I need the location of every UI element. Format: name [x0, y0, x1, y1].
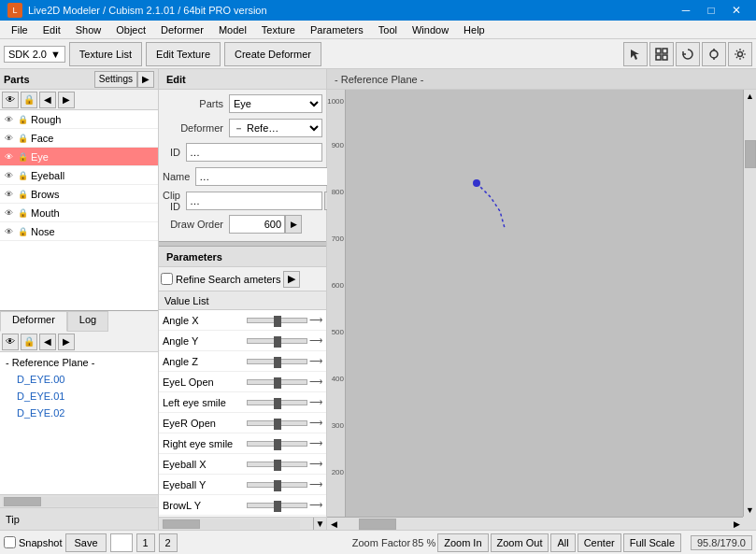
param-slider-eyelopen[interactable] [247, 379, 307, 385]
param-slider-angle-z[interactable] [247, 359, 307, 364]
param-thumb-angle-x[interactable] [274, 316, 281, 327]
scrollbar-v-thumb[interactable] [745, 140, 756, 168]
deformer-item-refplane[interactable]: - Reference Plane - [2, 354, 156, 371]
parts-eye-toggle[interactable]: 👁 [2, 92, 19, 108]
texture-list-button[interactable]: Texture List [69, 42, 142, 66]
menu-file[interactable]: File [4, 22, 36, 37]
deformer-item-eye01[interactable]: D_EYE.01 [2, 388, 156, 405]
deformer-item-eye00[interactable]: D_EYE.00 [2, 371, 156, 388]
parts-item-eye[interactable]: 👁 🔒 Eye [0, 148, 158, 166]
scrollbar-h-thumb[interactable] [359, 518, 396, 530]
parts-item-brows[interactable]: 👁 🔒 Brows [0, 185, 158, 204]
menu-edit[interactable]: Edit [36, 22, 68, 37]
refine-search-label[interactable]: Refine Search ameters [161, 273, 281, 285]
param-thumb-eyeball-y[interactable] [274, 480, 281, 491]
pointer-tool-button[interactable] [623, 42, 648, 66]
create-deformer-button[interactable]: Create Deformer [224, 42, 321, 66]
rotate-tool-button[interactable] [676, 42, 700, 66]
parts-arrow-right[interactable]: ▶ [58, 92, 75, 108]
canvas-area[interactable]: 1000 900 800 700 600 500 400 300 200 100 [327, 90, 756, 530]
deformer-lock-toggle[interactable]: 🔒 [21, 334, 37, 350]
scrollbar-h-right-button[interactable]: ▶ [730, 518, 743, 530]
sdk-dropdown[interactable]: SDK 2.0 ▼ [4, 46, 65, 63]
param-slider-angle-y[interactable] [247, 338, 307, 344]
parts-expand-button[interactable]: ▶ [137, 71, 154, 88]
tab-log[interactable]: Log [67, 311, 108, 332]
menu-object[interactable]: Object [108, 22, 153, 37]
parts-item-eyeball[interactable]: 👁 🔒 Eyeball [0, 166, 158, 185]
param-thumb-right-eye-smile[interactable] [274, 439, 281, 450]
zoom-in-button[interactable]: Zoom In [437, 533, 488, 552]
control-point-2[interactable] [473, 179, 480, 187]
name-input[interactable] [195, 167, 332, 186]
center-button[interactable]: Center [578, 533, 621, 552]
close-button[interactable]: ✕ [724, 1, 749, 20]
draw-order-input[interactable]: 600 [229, 215, 285, 234]
deformer-select[interactable]: － Refe… [229, 119, 322, 137]
menu-parameters[interactable]: Parameters [303, 22, 371, 37]
minimize-button[interactable]: ─ [674, 1, 698, 20]
param-thumb-eyeropen[interactable] [274, 419, 281, 430]
param-slider-angle-x[interactable] [247, 318, 307, 323]
all-button[interactable]: All [550, 533, 575, 552]
frame-2-button[interactable]: 2 [159, 533, 178, 552]
scrollbar-h-left-button[interactable]: ◀ [327, 518, 340, 530]
param-thumb-angle-y[interactable] [274, 336, 281, 348]
deformer-scrollbar-h[interactable] [2, 497, 156, 506]
parts-lock-toggle[interactable]: 🔒 [21, 92, 37, 108]
snapshot-checkbox[interactable] [4, 536, 16, 548]
scale-tool-button[interactable] [702, 42, 726, 66]
refine-search-checkbox[interactable] [161, 273, 173, 285]
canvas-scrollbar-h[interactable]: ◀ ▶ [327, 517, 743, 530]
param-slider-eyeball-x[interactable] [247, 462, 307, 467]
zoom-out-button[interactable]: Zoom Out [491, 533, 549, 552]
edit-texture-button[interactable]: Edit Texture [146, 42, 221, 66]
param-thumb-angle-z[interactable] [274, 357, 281, 368]
parts-item-mouth[interactable]: 👁 🔒 Mouth [0, 204, 158, 222]
menu-show[interactable]: Show [68, 22, 109, 37]
param-slider-browl-y[interactable] [247, 503, 307, 508]
params-scrollbar-h[interactable] [161, 519, 300, 529]
menu-deformer[interactable]: Deformer [153, 22, 211, 37]
id-input[interactable] [186, 143, 322, 162]
snapshot-checkbox-label[interactable]: Snapshot [4, 536, 62, 548]
menu-texture[interactable]: Texture [254, 22, 303, 37]
canvas-scrollbar-v[interactable]: ▲ ▼ [743, 90, 756, 517]
menu-help[interactable]: Help [456, 22, 492, 37]
param-thumb-eyelopen[interactable] [274, 377, 281, 389]
deformer-item-eye02[interactable]: D_EYE.02 [2, 405, 156, 421]
frame-1-button[interactable]: 1 [136, 533, 155, 552]
params-scrollthumb-h[interactable] [163, 519, 200, 529]
c-input[interactable]: C [110, 533, 133, 552]
deformer-scrollthumb-h[interactable] [4, 497, 41, 506]
settings-button[interactable]: Settings [94, 71, 137, 88]
menu-window[interactable]: Window [405, 22, 456, 37]
param-slider-right-eye-smile[interactable] [247, 441, 307, 447]
clip-id-input[interactable] [186, 192, 322, 210]
draw-order-increment-button[interactable]: ▶ [285, 215, 302, 234]
menu-tool[interactable]: Tool [371, 22, 405, 37]
param-slider-eyeropen[interactable] [247, 420, 307, 426]
deformer-arrow-right[interactable]: ▶ [58, 334, 75, 350]
tab-deformer[interactable]: Deformer [0, 311, 67, 332]
full-scale-button[interactable]: Full Scale [623, 533, 681, 552]
parts-item-nose[interactable]: 👁 🔒 Nose [0, 222, 158, 241]
param-thumb-left-eye-smile[interactable] [274, 398, 281, 409]
save-button[interactable]: Save [65, 533, 106, 552]
params-scroll-down-button[interactable]: ▼ [313, 518, 326, 531]
grid-tool-button[interactable] [649, 42, 674, 66]
deformer-arrow-left[interactable]: ◀ [39, 334, 56, 350]
param-thumb-eyeball-x[interactable] [274, 460, 281, 471]
parts-item-rough[interactable]: 👁 🔒 Rough [0, 110, 158, 129]
scrollbar-v-up-button[interactable]: ▲ [744, 90, 756, 103]
param-thumb-browl-y[interactable] [274, 501, 281, 512]
deformer-eye-toggle[interactable]: 👁 [2, 334, 19, 350]
param-slider-left-eye-smile[interactable] [247, 400, 307, 405]
maximize-button[interactable]: □ [699, 1, 723, 20]
params-expand-button[interactable]: ▶ [283, 271, 300, 288]
parts-item-face[interactable]: 👁 🔒 Face [0, 129, 158, 148]
scrollbar-v-down-button[interactable]: ▼ [744, 504, 756, 517]
menu-model[interactable]: Model [211, 22, 254, 37]
param-slider-eyeball-y[interactable] [247, 482, 307, 488]
parts-select[interactable]: Eye [229, 94, 322, 113]
